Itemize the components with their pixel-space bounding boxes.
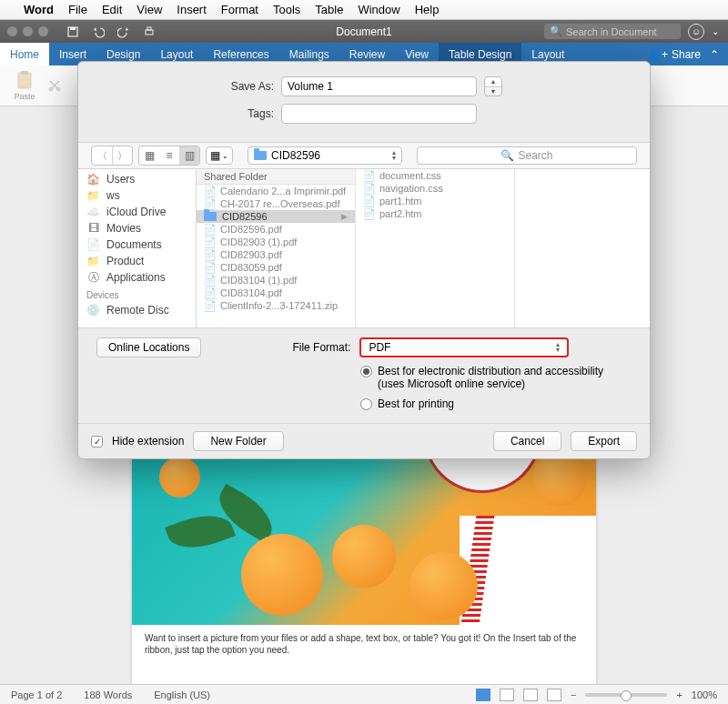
- save-icon[interactable]: [65, 25, 81, 39]
- file-item[interactable]: 📄CH-2017 re...Overseas.pdf: [197, 197, 355, 210]
- traffic-max-icon[interactable]: [38, 26, 48, 36]
- radio-best-electronic[interactable]: Best for electronic distribution and acc…: [360, 365, 632, 390]
- status-page[interactable]: Page 1 of 2: [11, 689, 62, 700]
- col1-header: Shared Folder: [197, 169, 355, 185]
- window-titlebar: Document1 🔍 Search in Document ☺ ⌄: [0, 20, 728, 43]
- file-name: Calendario 2...a Imprimir.pdf: [220, 186, 346, 196]
- zoom-out-icon[interactable]: −: [571, 689, 576, 700]
- file-item[interactable]: 📄Calendario 2...a Imprimir.pdf: [197, 185, 355, 197]
- menu-insert[interactable]: Insert: [177, 3, 207, 16]
- view-icons-icon[interactable]: ▦: [139, 146, 159, 165]
- share-button[interactable]: 👤+ Share ⌃: [639, 48, 728, 61]
- house-icon: 🏠: [86, 174, 100, 186]
- tab-home[interactable]: Home: [0, 43, 49, 65]
- nav-forward-icon[interactable]: 〉: [112, 146, 132, 165]
- save-as-input[interactable]: [281, 76, 477, 96]
- chevron-down-icon[interactable]: ⌄: [712, 26, 719, 36]
- hide-extension-checkbox[interactable]: ✓: [91, 436, 103, 448]
- file-icon: 📄: [204, 186, 215, 196]
- tags-input[interactable]: [281, 104, 477, 124]
- file-item[interactable]: 📄CID82903.pdf: [197, 248, 355, 261]
- radio-icon: [360, 398, 372, 410]
- sidebar-item-remote-disc[interactable]: 💿Remote Disc: [78, 302, 196, 318]
- status-words[interactable]: 188 Words: [84, 689, 132, 700]
- menu-help[interactable]: Help: [415, 3, 440, 16]
- page-caption: Want to insert a picture from your files…: [132, 625, 596, 663]
- new-folder-button[interactable]: New Folder: [193, 431, 283, 451]
- redo-icon[interactable]: [116, 25, 132, 39]
- menu-edit[interactable]: Edit: [102, 3, 122, 16]
- app-name[interactable]: Word: [24, 3, 54, 16]
- menu-window[interactable]: Window: [358, 3, 399, 16]
- menu-view[interactable]: View: [136, 3, 162, 16]
- file-item[interactable]: 📄CID83104.pdf: [197, 287, 355, 299]
- share-icon: 👤+: [648, 48, 668, 61]
- svg-rect-3: [147, 27, 151, 30]
- status-bar: Page 1 of 2 188 Words English (US) − + 1…: [0, 684, 728, 704]
- radio-best-printing[interactable]: Best for printing: [360, 397, 632, 410]
- menu-table[interactable]: Table: [315, 3, 343, 16]
- sidebar-item-users[interactable]: 🏠Users: [78, 171, 196, 187]
- file-item[interactable]: 📄CID82903 (1).pdf: [197, 236, 355, 248]
- file-icon: 📄: [204, 287, 215, 298]
- file-item[interactable]: 📄part2.htm: [356, 207, 514, 220]
- zoom-level[interactable]: 100%: [692, 689, 717, 700]
- file-icon: 📄: [363, 183, 374, 194]
- print-icon[interactable]: [141, 25, 157, 39]
- view-columns-icon[interactable]: ▥: [179, 146, 199, 165]
- column-1: Shared Folder 📄Calendario 2...a Imprimir…: [197, 169, 356, 327]
- export-button[interactable]: Export: [571, 431, 637, 451]
- sidebar-item-movies[interactable]: 🎞Movies: [78, 220, 196, 236]
- sidebar-item-ws[interactable]: 📁ws: [78, 187, 196, 204]
- view-print-icon[interactable]: [476, 689, 490, 701]
- folder-icon: 📁: [86, 190, 100, 202]
- menu-format[interactable]: Format: [221, 3, 258, 16]
- view-list-icon[interactable]: ≡: [159, 146, 179, 165]
- sidebar-item-product[interactable]: 📁Product: [78, 253, 196, 269]
- file-name: CID82596.pdf: [220, 224, 282, 235]
- file-icon: 📄: [363, 170, 374, 181]
- zoom-in-icon[interactable]: +: [676, 689, 682, 700]
- path-label: CID82596: [271, 149, 320, 162]
- file-name: CID82596: [222, 211, 268, 222]
- search-ph: Search: [518, 149, 552, 162]
- file-item[interactable]: 📄CID83104 (1).pdf: [197, 274, 355, 287]
- menu-file[interactable]: File: [68, 3, 87, 16]
- collapse-stepper[interactable]: ▲▼: [484, 76, 502, 96]
- file-name: document.css: [379, 170, 441, 181]
- online-locations-button[interactable]: Online Locations: [96, 337, 201, 357]
- app-icon: Ⓐ: [86, 272, 100, 284]
- zoom-slider[interactable]: [585, 693, 667, 697]
- column-3: [515, 169, 650, 327]
- view-web-icon[interactable]: [500, 689, 514, 701]
- path-popup[interactable]: CID82596 ▴▾: [248, 146, 402, 165]
- sidebar-item-documents[interactable]: 📄Documents: [78, 236, 196, 253]
- file-item[interactable]: 📄ClientInfo-2...3-172411.zip: [197, 299, 355, 312]
- status-lang[interactable]: English (US): [154, 689, 210, 700]
- view-draft-icon[interactable]: [547, 689, 561, 701]
- file-item[interactable]: CID82596▶: [197, 210, 355, 223]
- browser-search[interactable]: 🔍 Search: [417, 146, 637, 165]
- sidebar-item-applications[interactable]: ⒶApplications: [78, 269, 196, 286]
- search-field[interactable]: 🔍 Search in Document: [544, 24, 681, 39]
- file-format-select[interactable]: PDF ▴▾: [359, 337, 569, 357]
- arrange-button[interactable]: ▦⌄: [206, 146, 233, 165]
- file-item[interactable]: 📄CID83059.pdf: [197, 261, 355, 274]
- file-item[interactable]: 📄document.css: [356, 169, 514, 182]
- file-item[interactable]: 📄part1.htm: [356, 195, 514, 207]
- sidebar-item-icloud[interactable]: ☁️iCloud Drive: [78, 204, 196, 220]
- traffic-close-icon[interactable]: [7, 26, 17, 36]
- menu-tools[interactable]: Tools: [273, 3, 300, 16]
- devices-header: Devices: [78, 286, 196, 302]
- feedback-icon[interactable]: ☺: [688, 24, 704, 40]
- view-outline-icon[interactable]: [523, 689, 538, 701]
- paste-button[interactable]: Paste: [9, 70, 40, 101]
- traffic-min-icon[interactable]: [23, 26, 33, 36]
- search-icon: 🔍: [550, 25, 562, 37]
- chevron-up-icon[interactable]: ⌃: [710, 48, 719, 61]
- cancel-button[interactable]: Cancel: [493, 431, 561, 451]
- file-item[interactable]: 📄CID82596.pdf: [197, 223, 355, 236]
- undo-icon[interactable]: [90, 25, 106, 39]
- file-item[interactable]: 📄navigation.css: [356, 182, 514, 195]
- nav-back-icon[interactable]: 〈: [92, 146, 112, 165]
